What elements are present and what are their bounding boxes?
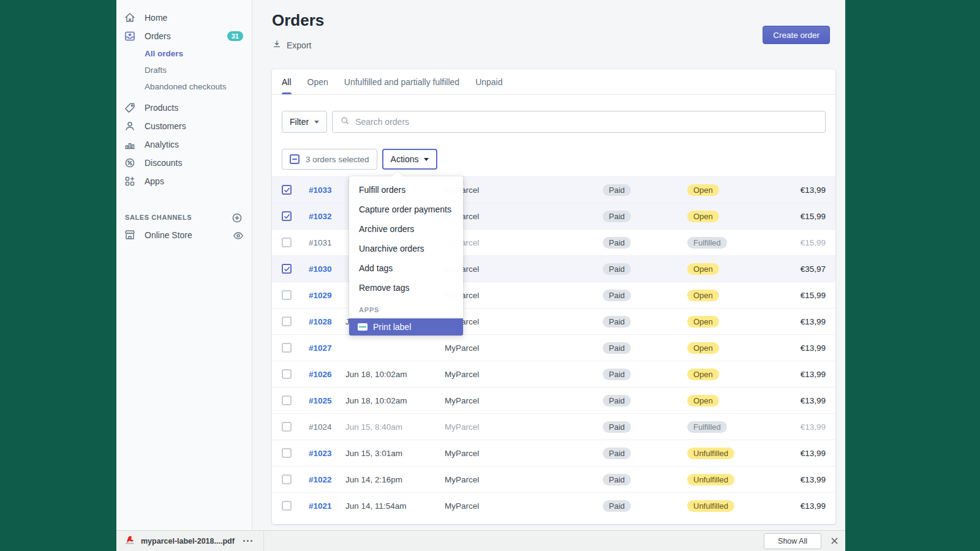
order-carrier: MyParcel (445, 343, 603, 353)
menu-item-add-tags[interactable]: Add tags (349, 258, 463, 278)
order-carrier: MyParcel (445, 317, 603, 326)
row-checkbox[interactable] (282, 238, 292, 247)
order-total: €15,99 (773, 291, 826, 300)
sidebar-item-all-orders[interactable]: All orders (116, 45, 252, 62)
menu-item-unarchive-orders[interactable]: Unarchive orders (349, 239, 463, 258)
plus-circle-icon[interactable] (231, 212, 242, 223)
home-icon (124, 12, 136, 24)
sales-channels-section: SALES CHANNELS (116, 209, 252, 226)
print-label-text: Print label (373, 322, 411, 332)
sidebar-item-customers[interactable]: Customers (116, 117, 252, 135)
eye-icon[interactable] (232, 230, 243, 241)
order-row[interactable]: #1027 MyParcel Paid Open €13,99 (272, 334, 835, 361)
row-checkbox[interactable] (282, 395, 292, 405)
order-total: €15,99 (773, 212, 826, 221)
order-number-link[interactable]: #1033 (309, 186, 345, 195)
select-all-checkbox[interactable] (290, 154, 300, 164)
order-number-link[interactable]: #1029 (309, 291, 345, 300)
actions-dropdown-menu: Fulfill ordersCapture order paymentsArch… (349, 176, 463, 335)
menu-section-apps: APPS (349, 298, 463, 317)
row-checkbox[interactable] (282, 422, 292, 432)
payment-status-badge: Paid (603, 448, 631, 459)
sidebar-item-home[interactable]: Home (116, 9, 252, 27)
order-number-link[interactable]: #1023 (309, 449, 345, 458)
close-downloads-icon[interactable] (830, 536, 839, 545)
create-order-button[interactable]: Create order (763, 26, 830, 44)
search-orders-field[interactable] (332, 111, 826, 133)
order-total: €13,99 (773, 186, 826, 195)
filter-button[interactable]: Filter (282, 111, 327, 133)
row-checkbox[interactable] (282, 264, 292, 274)
products-icon (124, 102, 136, 114)
tab-all[interactable]: All (282, 69, 292, 94)
menu-item-capture-order-payments[interactable]: Capture order payments (349, 200, 463, 219)
actions-button[interactable]: Actions (382, 149, 438, 170)
menu-item-archive-orders[interactable]: Archive orders (349, 219, 463, 239)
menu-item-remove-tags[interactable]: Remove tags (349, 278, 463, 298)
row-checkbox[interactable] (282, 369, 292, 379)
order-row[interactable]: #1023 Jun 15, 3:01am MyParcel Paid Unful… (272, 440, 835, 466)
sidebar-item-analytics[interactable]: Analytics (116, 135, 252, 154)
fulfillment-status-badge: Open (687, 342, 719, 354)
sidebar-item-apps[interactable]: Apps (116, 172, 252, 190)
tab-unpaid[interactable]: Unpaid (475, 69, 502, 94)
fulfillment-status-badge: Open (687, 211, 719, 222)
order-row[interactable]: #1025 Jun 18, 10:02am MyParcel Paid Open… (272, 387, 835, 413)
order-carrier: MyParcel (445, 501, 603, 511)
row-checkbox[interactable] (282, 317, 292, 326)
download-arrow-icon (272, 39, 282, 51)
tab-unfulfilled-and-partially-fulfilled[interactable]: Unfulfilled and partially fulfilled (344, 69, 459, 94)
export-button[interactable]: Export (272, 39, 311, 51)
payment-status-badge: Paid (603, 263, 631, 275)
order-row[interactable]: #1021 Jun 14, 11:54am MyParcel Paid Unfu… (272, 492, 835, 519)
order-number-link[interactable]: #1024 (309, 422, 345, 432)
order-carrier: MyParcel (445, 238, 603, 247)
download-item[interactable]: myparcel-label-2018....pdf (125, 531, 264, 551)
order-number-link[interactable]: #1027 (309, 343, 345, 353)
sidebar-item-drafts[interactable]: Drafts (116, 62, 252, 78)
export-label: Export (287, 40, 311, 50)
order-number-link[interactable]: #1031 (309, 238, 345, 247)
menu-item-fulfill-orders[interactable]: Fulfill orders (349, 180, 463, 200)
order-carrier: MyParcel (445, 264, 603, 274)
more-options-icon[interactable] (241, 538, 255, 544)
order-carrier: MyParcel (445, 449, 603, 458)
order-row[interactable]: #1024 Jun 15, 8:40am MyParcel Paid Fulfi… (272, 413, 835, 440)
fulfillment-status-badge: Open (687, 316, 719, 328)
menu-item-print-label[interactable]: Print label (349, 318, 463, 335)
order-number-link[interactable]: #1025 (309, 396, 345, 405)
order-total: €35,97 (773, 264, 826, 274)
sidebar-item-orders[interactable]: Orders 31 (116, 27, 252, 45)
order-number-link[interactable]: #1022 (309, 475, 345, 484)
order-number-link[interactable]: #1032 (309, 212, 345, 221)
row-checkbox[interactable] (282, 185, 292, 195)
order-number-link[interactable]: #1021 (309, 501, 345, 511)
search-input[interactable] (355, 117, 818, 127)
sidebar-item-abandoned-checkouts[interactable]: Abandoned checkouts (116, 78, 252, 95)
fulfillment-status-badge: Open (687, 369, 719, 380)
order-total: €13,99 (773, 370, 826, 379)
row-checkbox[interactable] (282, 343, 292, 353)
order-row[interactable]: #1026 Jun 18, 10:02am MyParcel Paid Open… (272, 361, 835, 387)
order-row[interactable]: #1022 Jun 14, 2:16pm MyParcel Paid Unful… (272, 466, 835, 492)
order-carrier: MyParcel (445, 212, 603, 221)
sidebar-item-products[interactable]: Products (116, 99, 252, 117)
row-checkbox[interactable] (282, 290, 292, 300)
sidebar-item-discounts[interactable]: Discounts (116, 154, 252, 172)
fulfillment-status-badge: Unfulfilled (687, 500, 734, 512)
tab-open[interactable]: Open (307, 69, 328, 94)
order-date: Jun 18, 10:02am (345, 370, 445, 379)
show-all-button[interactable]: Show All (764, 533, 821, 549)
app-main: Home Orders 31 All ordersDraftsAbandoned… (116, 0, 845, 530)
row-checkbox[interactable] (282, 501, 292, 511)
row-checkbox[interactable] (282, 474, 292, 484)
fulfillment-status-badge: Unfulfilled (687, 448, 734, 459)
order-number-link[interactable]: #1026 (309, 370, 345, 379)
sidebar-item-online-store[interactable]: Online Store (116, 226, 252, 244)
order-number-link[interactable]: #1028 (309, 317, 345, 326)
row-checkbox[interactable] (282, 448, 292, 458)
payment-status-badge: Paid (603, 474, 631, 485)
row-checkbox[interactable] (282, 211, 292, 221)
selected-count-control[interactable]: 3 orders selected (282, 149, 377, 170)
order-number-link[interactable]: #1030 (309, 264, 345, 274)
